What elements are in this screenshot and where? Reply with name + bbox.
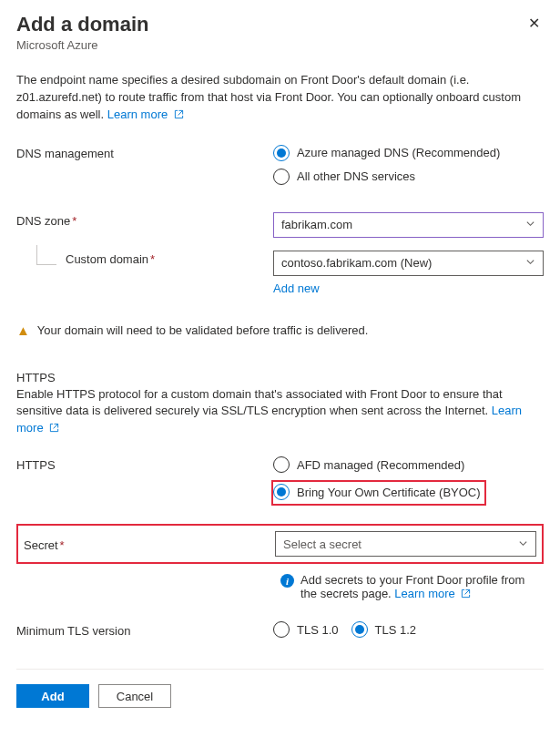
dns-mgmt-other-radio[interactable]: All other DNS services	[273, 169, 544, 185]
secret-learn-more-label: Learn more	[394, 587, 454, 600]
dns-zone-select[interactable]: fabrikam.com	[273, 212, 544, 238]
radio-selected-icon	[351, 621, 368, 638]
dns-mgmt-azure-radio[interactable]: Azure managed DNS (Recommended)	[273, 145, 544, 161]
tree-connector-icon	[36, 245, 56, 265]
warning-icon: ▲	[16, 322, 30, 338]
https-afd-label: AFD managed (Recommended)	[297, 458, 464, 472]
cancel-button[interactable]: Cancel	[98, 684, 171, 708]
dns-mgmt-other-label: All other DNS services	[297, 169, 415, 183]
tls-10-label: TLS 1.0	[297, 623, 339, 637]
chevron-down-icon	[525, 256, 535, 270]
secret-placeholder: Select a secret	[283, 537, 361, 551]
secret-select[interactable]: Select a secret	[275, 531, 536, 557]
close-icon[interactable]: ✕	[524, 13, 544, 35]
radio-selected-icon	[273, 145, 290, 161]
tls-12-label: TLS 1.2	[375, 623, 417, 637]
intro-learn-more-label: Learn more	[107, 107, 168, 121]
footer-separator	[16, 669, 544, 670]
tls-label: Minimum TLS version	[16, 622, 273, 638]
tls-10-radio[interactable]: TLS 1.0	[273, 621, 339, 638]
info-icon: i	[280, 574, 294, 588]
external-link-icon	[461, 588, 471, 601]
chevron-down-icon	[525, 218, 535, 231]
external-link-icon	[174, 107, 184, 125]
https-byoc-radio[interactable]: Bring Your Own Certificate (BYOC)	[273, 484, 481, 500]
https-section-desc: Enable HTTPS protocol for a custom domai…	[16, 386, 544, 439]
https-label: HTTPS	[16, 456, 273, 472]
radio-unselected-icon	[273, 169, 290, 185]
custom-domain-value: contoso.fabrikam.com (New)	[281, 256, 432, 270]
panel-title: Add a domain	[16, 13, 148, 36]
secret-label: Secret*	[24, 537, 275, 552]
secret-info-text: Add secrets to your Front Door profile f…	[300, 573, 544, 601]
https-byoc-label: Bring Your Own Certificate (BYOC)	[297, 486, 481, 499]
panel-subtitle: Microsoft Azure	[16, 38, 148, 52]
radio-unselected-icon	[273, 456, 290, 473]
tls-12-radio[interactable]: TLS 1.2	[351, 621, 417, 638]
add-new-link[interactable]: Add new	[273, 281, 320, 295]
custom-domain-select[interactable]: contoso.fabrikam.com (New)	[273, 251, 544, 276]
radio-selected-icon	[273, 484, 290, 500]
custom-domain-label: Custom domain*	[66, 252, 273, 266]
secret-learn-more-link[interactable]: Learn more	[394, 587, 471, 600]
radio-unselected-icon	[273, 621, 290, 638]
chevron-down-icon	[518, 537, 528, 551]
https-section-title: HTTPS	[16, 371, 544, 384]
dns-mgmt-azure-label: Azure managed DNS (Recommended)	[297, 146, 500, 159]
intro-body: The endpoint name specifies a desired su…	[16, 73, 521, 121]
dns-management-label: DNS management	[16, 145, 273, 160]
intro-learn-more-link[interactable]: Learn more	[107, 107, 184, 121]
add-button[interactable]: Add	[16, 684, 89, 708]
intro-text: The endpoint name specifies a desired su…	[16, 72, 544, 125]
warning-text: Your domain will need to be validated be…	[37, 323, 369, 337]
external-link-icon	[49, 421, 59, 438]
https-afd-radio[interactable]: AFD managed (Recommended)	[273, 456, 544, 473]
dns-zone-value: fabrikam.com	[281, 218, 352, 231]
dns-zone-label: DNS zone*	[16, 212, 273, 228]
